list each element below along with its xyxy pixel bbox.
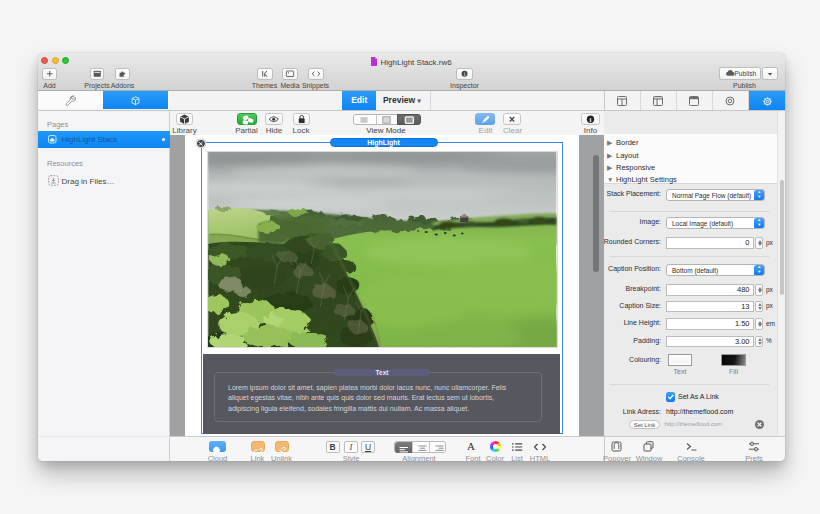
svg-text:i: i	[589, 115, 591, 122]
svg-text:Publish: Publish	[734, 70, 756, 77]
